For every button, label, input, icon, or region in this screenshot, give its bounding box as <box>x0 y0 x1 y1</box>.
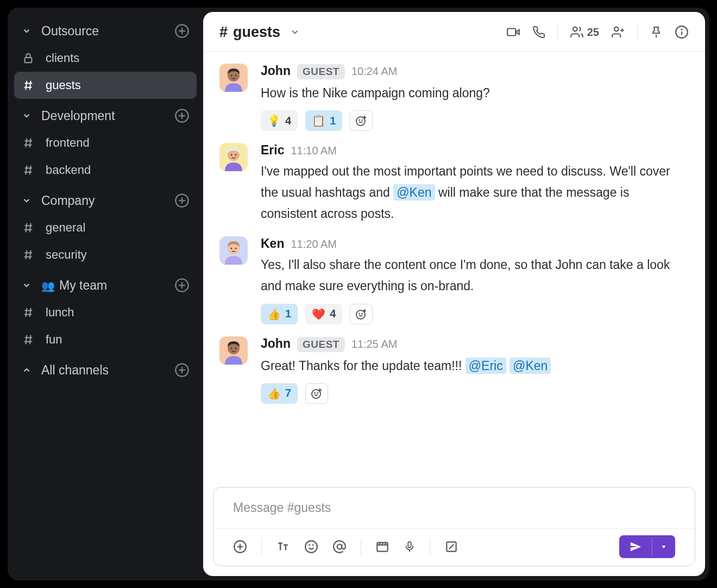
divider <box>430 539 430 555</box>
svg-point-72 <box>362 313 362 314</box>
reaction-emoji: 📋 <box>312 114 325 127</box>
section-header[interactable]: Company <box>14 187 197 214</box>
info-button[interactable] <box>675 25 689 39</box>
svg-point-59 <box>362 120 362 121</box>
section-header[interactable]: All channels <box>14 356 197 384</box>
svg-point-88 <box>309 545 310 545</box>
message-author[interactable]: Ken <box>261 236 284 251</box>
svg-rect-3 <box>25 58 32 62</box>
reaction[interactable]: 👍7 <box>261 383 298 404</box>
attach-button[interactable] <box>233 540 247 554</box>
section-header[interactable]: Development <box>14 102 197 129</box>
svg-marker-96 <box>662 546 666 548</box>
mention[interactable]: @Ken <box>393 184 435 201</box>
send-icon[interactable] <box>619 535 652 558</box>
avatar[interactable] <box>219 336 248 365</box>
add-channel-button[interactable] <box>174 23 190 39</box>
reaction[interactable]: 👍1 <box>261 304 298 324</box>
video-clip-button[interactable] <box>375 540 389 554</box>
sidebar-section: 👥My teamlunchfun <box>14 272 197 353</box>
add-channel-button[interactable] <box>174 108 190 124</box>
svg-line-24 <box>26 223 27 233</box>
add-reaction-button[interactable] <box>350 304 373 324</box>
add-channel-button[interactable] <box>174 362 190 378</box>
svg-point-78 <box>235 347 237 349</box>
hash-icon: # <box>219 24 228 41</box>
audio-clip-button[interactable] <box>404 540 416 554</box>
svg-point-65 <box>235 154 237 156</box>
mention[interactable]: @Ken <box>510 358 551 374</box>
header-actions: 25 <box>506 23 689 41</box>
send-button[interactable] <box>619 535 675 558</box>
chevron-down-icon[interactable] <box>290 27 300 37</box>
emoji-button[interactable] <box>304 540 318 554</box>
channel-clients[interactable]: clients <box>14 45 197 72</box>
chevron-down-icon[interactable] <box>21 110 33 122</box>
svg-point-64 <box>231 154 232 156</box>
add-channel-button[interactable] <box>174 192 190 209</box>
chevron-down-icon[interactable] <box>21 279 33 291</box>
channel-lunch[interactable]: lunch <box>14 299 197 326</box>
message-author[interactable]: Eric <box>261 143 284 158</box>
add-reaction-button[interactable] <box>305 383 328 404</box>
add-channel-button[interactable] <box>174 277 190 293</box>
shortcut-button[interactable] <box>444 540 458 554</box>
send-options-dropdown[interactable] <box>652 537 675 556</box>
hash-icon <box>22 79 35 92</box>
reaction-emoji: 👍 <box>267 387 281 400</box>
members-count[interactable]: 25 <box>570 25 599 39</box>
chevron-down-icon[interactable] <box>21 25 33 37</box>
svg-line-29 <box>30 251 31 260</box>
format-text-button[interactable] <box>276 540 290 554</box>
reaction[interactable]: ❤️4 <box>305 304 342 324</box>
message-input[interactable] <box>213 487 695 528</box>
hash-icon <box>22 164 35 177</box>
chevron-up-icon[interactable] <box>21 364 33 376</box>
svg-line-18 <box>30 166 31 175</box>
channel-backend[interactable]: backend <box>14 157 197 184</box>
reaction-count: 4 <box>285 115 291 127</box>
section-header[interactable]: Outsource <box>14 17 197 45</box>
composer-toolbar <box>213 528 695 566</box>
svg-line-7 <box>30 81 31 90</box>
channel-security[interactable]: security <box>14 241 197 268</box>
video-call-button[interactable] <box>506 25 520 39</box>
channel-title[interactable]: # guests <box>219 24 300 41</box>
add-member-button[interactable] <box>611 25 625 39</box>
svg-point-70 <box>356 310 365 319</box>
sidebar-section: All channels <box>14 356 197 384</box>
sidebar-section: Outsourceclientsguests <box>14 17 197 99</box>
svg-line-95 <box>449 545 454 549</box>
divider <box>361 539 361 555</box>
phone-call-button[interactable] <box>532 26 545 39</box>
add-reaction-button[interactable] <box>350 110 373 131</box>
mention[interactable]: @Eric <box>466 358 506 374</box>
reaction-emoji: 💡 <box>267 114 281 127</box>
channel-guests[interactable]: guests <box>14 72 197 99</box>
avatar[interactable] <box>219 64 248 92</box>
avatar[interactable] <box>219 236 248 265</box>
pin-button[interactable] <box>650 26 663 39</box>
hash-icon <box>22 136 35 149</box>
channel-frontend[interactable]: frontend <box>14 129 197 157</box>
reaction[interactable]: 💡4 <box>261 110 298 131</box>
channel-general[interactable]: general <box>14 214 197 241</box>
message-header: JohnGUEST11:25 AM <box>261 336 689 352</box>
svg-point-87 <box>305 541 317 553</box>
svg-point-77 <box>231 347 232 349</box>
channel-fun[interactable]: fun <box>14 326 197 353</box>
section-header[interactable]: 👥My team <box>14 272 197 299</box>
section-title: Development <box>41 109 174 123</box>
main-panel: # guests 25 <box>203 12 705 576</box>
mention-button[interactable] <box>332 540 347 554</box>
avatar[interactable] <box>219 143 248 171</box>
reaction[interactable]: 📋1 <box>305 110 342 131</box>
message-time: 11:10 AM <box>291 145 337 157</box>
channel-name: guests <box>233 24 280 41</box>
chevron-down-icon[interactable] <box>21 195 33 207</box>
message-author[interactable]: John <box>261 336 291 351</box>
message-time: 10:24 AM <box>351 65 398 78</box>
svg-point-69 <box>235 248 237 249</box>
message-author[interactable]: John <box>261 64 291 78</box>
hash-icon <box>22 306 35 319</box>
